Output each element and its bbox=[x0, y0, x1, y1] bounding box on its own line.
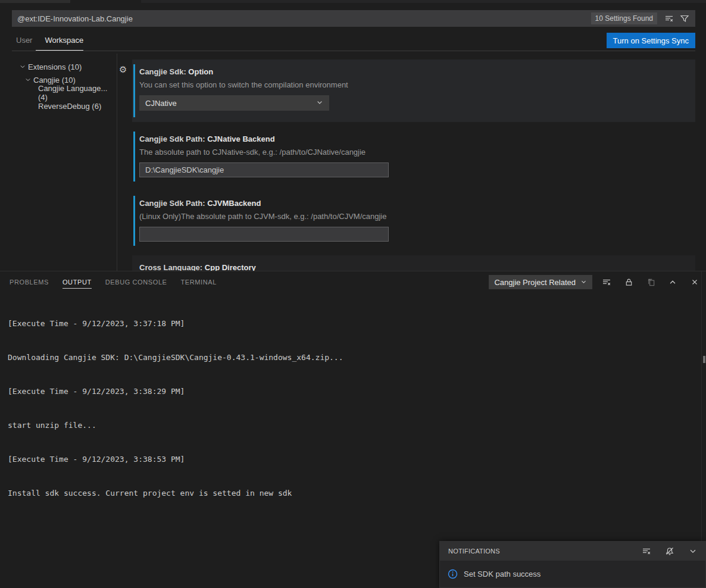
setting-description: The absolute path to CJNative-sdk, e.g.:… bbox=[139, 148, 688, 157]
header-divider bbox=[12, 51, 695, 51]
notifications-header: NOTIFICATIONS bbox=[440, 542, 705, 561]
maximize-panel-icon[interactable] bbox=[667, 276, 679, 288]
setting-title-label: Cpp Directory bbox=[205, 263, 256, 271]
scope-tab-user[interactable]: User bbox=[16, 36, 32, 45]
cjnative-sdk-path-input[interactable] bbox=[139, 162, 389, 177]
output-channel-value: Cangjie Project Related bbox=[494, 278, 576, 287]
setting-title: Cangjie Sdk Path: CJVMBackend bbox=[139, 199, 688, 208]
chevron-down-icon bbox=[316, 99, 323, 108]
inactive-editor-tab-sliver bbox=[0, 0, 70, 3]
do-not-disturb-bell-slash-icon[interactable] bbox=[664, 545, 676, 557]
setting-row-cjvm-path[interactable]: Cangjie Sdk Path: CJVMBackend (Linux Onl… bbox=[132, 191, 695, 251]
toc-item-label: Cangjie (10) bbox=[33, 76, 76, 85]
collapse-notifications-chevron-down-icon[interactable] bbox=[687, 545, 699, 557]
panel-tab-output[interactable]: OUTPUT bbox=[63, 275, 92, 289]
setting-title: Cross Language: Cpp Directory bbox=[139, 263, 688, 271]
setting-title-prefix: Cangjie Sdk: bbox=[139, 67, 188, 76]
chevron-down-icon[interactable] bbox=[18, 64, 27, 70]
clear-output-icon[interactable] bbox=[601, 276, 613, 288]
setting-title-prefix: Cangjie Sdk Path: bbox=[139, 135, 207, 143]
notification-item[interactable]: Set SDK path success bbox=[440, 561, 705, 587]
active-editor-tab-sliver bbox=[70, 0, 141, 3]
setting-title-label: CJVMBackend bbox=[207, 199, 261, 208]
setting-title: Cangjie Sdk: Option bbox=[139, 67, 688, 76]
setting-title-label: Option bbox=[188, 67, 213, 76]
setting-title-prefix: Cangjie Sdk Path: bbox=[139, 199, 207, 208]
settings-count-badge: 10 Settings Found bbox=[591, 12, 657, 24]
clear-all-notifications-icon[interactable] bbox=[641, 545, 652, 557]
setting-title-label: CJNative Backend bbox=[207, 135, 274, 143]
panel-actions: Cangjie Project Related bbox=[489, 271, 701, 293]
modified-setting-indicator bbox=[133, 64, 135, 117]
chevron-down-icon bbox=[580, 278, 587, 287]
settings-list: Cangjie Sdk: Option You can set this opt… bbox=[132, 60, 695, 271]
toc-item-label: Cangjie Language... (4) bbox=[38, 84, 117, 102]
setting-row-cpp-directory[interactable]: Cross Language: Cpp Directory bbox=[132, 255, 695, 271]
setting-description: You can set this option to switch the co… bbox=[139, 80, 688, 89]
sdk-option-selected-value: CJNative bbox=[145, 99, 177, 108]
panel-tabs: PROBLEMS OUTPUT DEBUG CONSOLE TERMINAL bbox=[10, 275, 217, 289]
output-log[interactable]: [Execute Time - 9/12/2023, 3:37:18 PM] D… bbox=[0, 293, 706, 521]
setting-row-cjnative-path[interactable]: Cangjie Sdk Path: CJNative Backend The a… bbox=[132, 127, 695, 186]
output-line: [Execute Time - 9/12/2023, 3:38:53 PM] bbox=[8, 453, 706, 465]
notifications-actions bbox=[641, 545, 699, 557]
modified-setting-indicator bbox=[133, 196, 135, 246]
modified-setting-indicator bbox=[133, 132, 135, 182]
open-output-in-editor-icon[interactable] bbox=[645, 276, 657, 288]
settings-editor-window: 10 Settings Found User Workspace Turn on… bbox=[0, 0, 706, 588]
output-line: [Execute Time - 9/12/2023, 3:37:18 PM] bbox=[8, 318, 706, 329]
gear-icon[interactable]: ⚙ bbox=[119, 65, 127, 74]
close-panel-icon[interactable] bbox=[689, 276, 701, 288]
notifications-center: NOTIFICATIONS bbox=[439, 541, 706, 588]
settings-body: Extensions (10) Cangjie (10) Cangjie Lan… bbox=[0, 54, 706, 271]
setting-title: Cangjie Sdk Path: CJNative Backend bbox=[139, 135, 688, 143]
toc-splitter[interactable] bbox=[117, 54, 117, 271]
editor-tabbar-sliver bbox=[0, 0, 706, 3]
panel-tab-debug-console[interactable]: DEBUG CONSOLE bbox=[105, 275, 167, 289]
settings-search-box[interactable]: 10 Settings Found bbox=[12, 10, 695, 27]
setting-description: (Linux Only)The absolute path to CJVM-sd… bbox=[139, 212, 688, 221]
toc-item-reversedebug[interactable]: ReverseDebug (6) bbox=[0, 99, 117, 112]
active-scope-tab-indicator bbox=[36, 50, 83, 51]
toc-item-extensions[interactable]: Extensions (10) bbox=[0, 60, 117, 73]
settings-search-input[interactable] bbox=[17, 14, 591, 23]
panel-header: PROBLEMS OUTPUT DEBUG CONSOLE TERMINAL C… bbox=[0, 271, 706, 293]
settings-toc-tree: Extensions (10) Cangjie (10) Cangjie Lan… bbox=[0, 60, 117, 112]
settings-scope-tabs: User Workspace bbox=[16, 36, 83, 45]
notification-message: Set SDK path success bbox=[464, 570, 541, 578]
panel-scrollbar-handle[interactable] bbox=[703, 356, 705, 363]
output-line: Downloading Cangjie SDK: D:\CangjieSDK\C… bbox=[8, 352, 706, 363]
setting-title-prefix: Cross Language: bbox=[139, 263, 205, 271]
info-icon bbox=[448, 569, 458, 579]
cjvm-sdk-path-input[interactable] bbox=[139, 227, 389, 242]
output-line: [Execute Time - 9/12/2023, 3:38:29 PM] bbox=[8, 386, 706, 397]
toc-item-label: ReverseDebug (6) bbox=[38, 102, 101, 111]
scope-tab-workspace[interactable]: Workspace bbox=[45, 36, 83, 45]
sdk-option-select[interactable]: CJNative bbox=[139, 95, 329, 111]
notifications-title: NOTIFICATIONS bbox=[448, 548, 500, 555]
toc-item-label: Extensions (10) bbox=[28, 62, 82, 71]
output-line: start unzip file... bbox=[8, 420, 706, 431]
clear-search-filters-icon[interactable] bbox=[663, 12, 675, 24]
lock-autoscroll-icon[interactable] bbox=[623, 276, 635, 288]
toc-item-cangjie-language[interactable]: Cangjie Language... (4) bbox=[0, 86, 117, 99]
setting-row-sdk-option[interactable]: Cangjie Sdk: Option You can set this opt… bbox=[132, 60, 695, 122]
panel-tab-problems[interactable]: PROBLEMS bbox=[10, 275, 49, 289]
panel-tab-terminal[interactable]: TERMINAL bbox=[181, 275, 217, 289]
output-channel-select[interactable]: Cangjie Project Related bbox=[489, 275, 592, 289]
chevron-down-icon[interactable] bbox=[23, 77, 33, 83]
turn-on-settings-sync-button[interactable]: Turn on Settings Sync bbox=[607, 33, 695, 48]
output-line: Install sdk success. Current project env… bbox=[8, 487, 706, 499]
filter-settings-icon[interactable] bbox=[679, 12, 691, 24]
